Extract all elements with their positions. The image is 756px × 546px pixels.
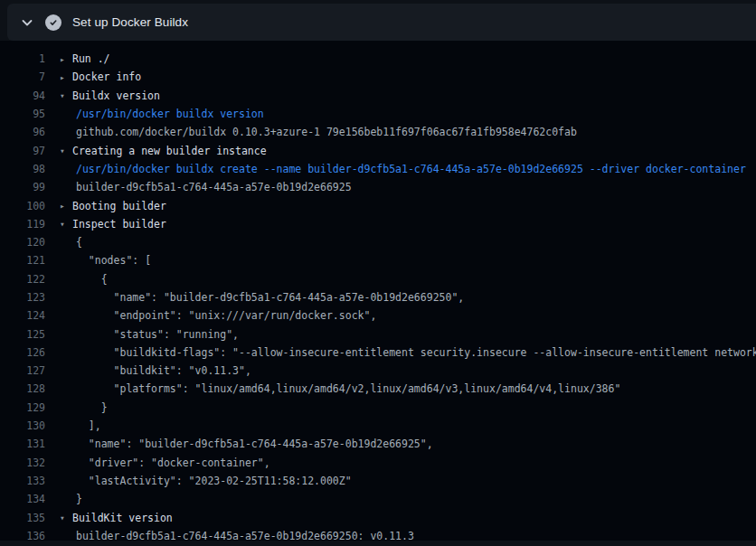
output-text: "status": "running", bbox=[76, 328, 239, 341]
line-number[interactable]: 124 bbox=[0, 309, 45, 322]
actions-log-page: { "header": { "title": "Set up Docker Bu… bbox=[0, 0, 756, 546]
line-number[interactable]: 7 bbox=[0, 71, 45, 83]
output-text: "buildkit": "v0.11.3", bbox=[76, 364, 251, 377]
chevron-down-icon[interactable] bbox=[20, 15, 34, 30]
line-number[interactable]: 121 bbox=[0, 254, 45, 267]
command-text: /usr/bin/docker buildx create --name bui… bbox=[76, 163, 746, 175]
group-title: Docker info bbox=[72, 71, 141, 83]
disclosure-triangle-icon[interactable]: ▸ bbox=[60, 54, 72, 64]
log-line[interactable]: 97 ▾ Creating a new builder instance bbox=[0, 141, 756, 159]
output-text: builder-d9cfb5a1-c764-445a-a57e-0b19d2e6… bbox=[76, 530, 414, 542]
group-title: Creating a new builder instance bbox=[72, 145, 267, 157]
output-text: "driver": "docker-container", bbox=[76, 457, 270, 469]
disclosure-triangle-icon[interactable]: ▾ bbox=[60, 146, 72, 155]
line-number[interactable]: 119 bbox=[0, 218, 45, 231]
log-line: 96 github.com/docker/buildx 0.10.3+azure… bbox=[0, 123, 756, 141]
output-text: "nodes": [ bbox=[76, 254, 151, 267]
group-title: Buildx version bbox=[72, 89, 160, 102]
line-number[interactable]: 1 bbox=[0, 52, 45, 65]
log-line[interactable]: 119 ▾ Inspect builder bbox=[0, 215, 756, 233]
output-text: { bbox=[76, 236, 82, 249]
log-line: 99 builder-d9cfb5a1-c764-445a-a57e-0b19d… bbox=[0, 178, 756, 196]
group-title: Run ./ bbox=[72, 52, 110, 65]
disclosure-triangle-icon[interactable]: ▾ bbox=[60, 219, 72, 229]
output-text: "endpoint": "unix:///var/run/docker.sock… bbox=[76, 309, 376, 322]
log-line: 124 "endpoint": "unix:///var/run/docker.… bbox=[0, 306, 756, 325]
log-line[interactable]: 135 ▾ BuildKit version bbox=[0, 508, 756, 526]
line-number[interactable]: 98 bbox=[0, 163, 45, 175]
disclosure-triangle-icon[interactable]: ▾ bbox=[60, 513, 72, 522]
log-line: 121 "nodes": [ bbox=[0, 251, 756, 269]
log-line: 128 "platforms": "linux/amd64,linux/amd6… bbox=[0, 380, 756, 398]
disclosure-triangle-icon[interactable]: ▸ bbox=[60, 201, 72, 211]
step-title: Set up Docker Buildx bbox=[72, 15, 188, 29]
output-text: "name": "builder-d9cfb5a1-c764-445a-a57e… bbox=[76, 438, 433, 450]
line-number[interactable]: 134 bbox=[0, 493, 45, 505]
output-text: "lastActivity": "2023-02-25T11:58:12.000… bbox=[76, 475, 352, 487]
log-line: 136 builder-d9cfb5a1-c764-445a-a57e-0b19… bbox=[0, 527, 756, 545]
line-number[interactable]: 96 bbox=[0, 126, 45, 138]
line-number[interactable]: 122 bbox=[0, 273, 45, 286]
log-line: 126 "buildkitd-flags": "--allow-insecure… bbox=[0, 344, 756, 362]
line-number[interactable]: 126 bbox=[0, 346, 45, 359]
disclosure-triangle-icon[interactable]: ▾ bbox=[60, 90, 72, 100]
line-number[interactable]: 125 bbox=[0, 328, 45, 341]
log-line: 122 { bbox=[0, 270, 756, 288]
log-line[interactable]: 7 ▸ Docker info bbox=[0, 68, 756, 86]
line-number[interactable]: 120 bbox=[0, 236, 45, 249]
output-text: builder-d9cfb5a1-c764-445a-a57e-0b19d2e6… bbox=[76, 181, 352, 193]
line-number[interactable]: 94 bbox=[0, 89, 45, 102]
line-number[interactable]: 127 bbox=[0, 364, 45, 377]
log-line: 127 "buildkit": "v0.11.3", bbox=[0, 362, 756, 380]
line-number[interactable]: 97 bbox=[0, 145, 45, 157]
group-title: BuildKit version bbox=[72, 512, 173, 524]
log-line: 98 /usr/bin/docker buildx create --name … bbox=[0, 160, 756, 178]
log-line[interactable]: 94 ▾ Buildx version bbox=[0, 87, 756, 105]
output-text: "name": "builder-d9cfb5a1-c764-445a-a57e… bbox=[76, 291, 464, 304]
line-number[interactable]: 136 bbox=[0, 530, 45, 542]
log-line: 130 ], bbox=[0, 417, 756, 435]
log-area: 1 ▸ Run ./ 7 ▸ Docker info 94 ▾ Buildx v… bbox=[0, 41, 756, 541]
log-line: 134 } bbox=[0, 490, 756, 508]
output-text: { bbox=[76, 273, 108, 286]
log-line: 123 "name": "builder-d9cfb5a1-c764-445a-… bbox=[0, 288, 756, 306]
log-line: 131 "name": "builder-d9cfb5a1-c764-445a-… bbox=[0, 435, 756, 453]
log-line: 125 "status": "running", bbox=[0, 325, 756, 343]
line-number[interactable]: 95 bbox=[0, 108, 45, 120]
log-line[interactable]: 100 ▸ Booting builder bbox=[0, 196, 756, 214]
log-line: 133 "lastActivity": "2023-02-25T11:58:12… bbox=[0, 472, 756, 490]
line-number[interactable]: 135 bbox=[0, 512, 45, 524]
group-title: Booting builder bbox=[72, 200, 166, 212]
log-line: 95 /usr/bin/docker buildx version bbox=[0, 105, 756, 123]
log-line: 129 } bbox=[0, 399, 756, 417]
check-circle-icon bbox=[45, 14, 61, 31]
output-text: } bbox=[76, 493, 82, 505]
line-number[interactable]: 100 bbox=[0, 200, 45, 212]
line-number[interactable]: 129 bbox=[0, 401, 45, 414]
log-line[interactable]: 1 ▸ Run ./ bbox=[0, 50, 756, 68]
disclosure-triangle-icon[interactable]: ▸ bbox=[60, 72, 72, 82]
output-text: github.com/docker/buildx 0.10.3+azure-1 … bbox=[76, 126, 577, 138]
output-text: } bbox=[76, 401, 108, 414]
step-header[interactable]: Set up Docker Buildx bbox=[7, 4, 756, 41]
output-text: "buildkitd-flags": "--allow-insecure-ent… bbox=[76, 346, 756, 359]
group-title: Inspect builder bbox=[72, 218, 166, 231]
line-number[interactable]: 132 bbox=[0, 457, 45, 469]
line-number[interactable]: 99 bbox=[0, 181, 45, 193]
output-text: ], bbox=[76, 419, 101, 432]
line-number[interactable]: 133 bbox=[0, 475, 45, 487]
line-number[interactable]: 130 bbox=[0, 419, 45, 432]
log-line: 120 { bbox=[0, 233, 756, 251]
output-text: "platforms": "linux/amd64,linux/amd64/v2… bbox=[76, 382, 620, 395]
log-line: 132 "driver": "docker-container", bbox=[0, 454, 756, 472]
line-number[interactable]: 131 bbox=[0, 438, 45, 450]
line-number[interactable]: 123 bbox=[0, 291, 45, 304]
command-text: /usr/bin/docker buildx version bbox=[76, 108, 264, 120]
line-number[interactable]: 128 bbox=[0, 382, 45, 395]
